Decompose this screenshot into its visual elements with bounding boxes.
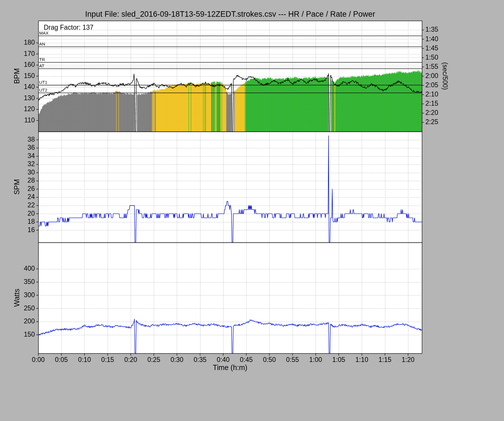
zone-label-an: AN	[39, 42, 45, 46]
zone-label-ut1: UT1	[39, 80, 47, 85]
spm-axis-label: SPM	[13, 179, 21, 195]
figure: Input File: sled_2016-09-18T13-59-12ZEDT…	[0, 0, 504, 421]
zone-label-at: AT	[39, 64, 44, 68]
drag-factor-annotation: Drag Factor: 137	[44, 24, 94, 31]
chart-title: Input File: sled_2016-09-18T13-59-12ZEDT…	[85, 10, 375, 19]
watts-axis-label: Watts	[13, 289, 21, 307]
pace-axis-label: (sec/500)	[441, 62, 449, 90]
chart-canvas	[0, 0, 504, 421]
zone-label-ut2: UT2	[39, 88, 47, 92]
zone-label-max: MAX	[39, 31, 49, 35]
bpm-axis-label: BPM	[13, 68, 21, 84]
zone-label-tr: TR	[39, 57, 45, 62]
time-axis-label: Time (h:m)	[213, 363, 247, 372]
